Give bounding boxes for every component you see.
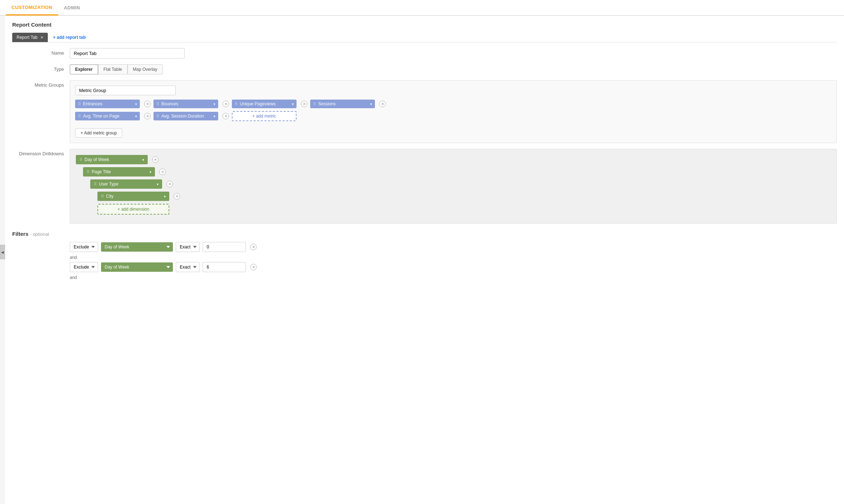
report-tabs-bar: Report Tab ✕ + add report tab <box>12 33 837 42</box>
metric-sessions-pill[interactable]: ⠿ Sessions ▾ <box>310 100 375 108</box>
metrics-row-2: ⠿ Avg. Time on Page ▾ ✕ ⠿ Avg. Session D… <box>75 111 831 121</box>
filter-1-remove-button[interactable]: ✕ <box>250 244 257 250</box>
dimension-page-title-label: Page Title <box>92 169 147 174</box>
type-control-area: Explorer Flat Table Map Overlay <box>70 64 837 74</box>
metric-groups-container: ⠿ Entrances ▾ ✕ ⠿ Bounces ▾ ✕ ⠿ Unique P… <box>70 80 837 143</box>
add-dimension-button[interactable]: + add dimension <box>97 204 169 215</box>
dimension-city-label: City <box>106 194 162 199</box>
drag-handle-icon: ⠿ <box>79 157 82 162</box>
filter-2-remove-button[interactable]: ✕ <box>250 264 257 270</box>
nav-customization[interactable]: CUSTOMIZATION <box>6 0 58 15</box>
dimension-user-type-label: User Type <box>99 182 155 187</box>
metric-bounces-label: Bounces <box>161 101 211 106</box>
filters-optional-text: - optional <box>30 232 49 237</box>
dimension-row-0: ⠿ Day of Week ▾ ✕ <box>76 155 831 164</box>
top-navigation: CUSTOMIZATION ADMIN <box>0 0 844 16</box>
filter-2-exclude-select[interactable]: Exclude <box>70 262 98 272</box>
remove-avg-session-button[interactable]: ✕ <box>223 113 229 119</box>
remove-page-title-button[interactable]: ✕ <box>159 169 166 175</box>
type-row: Type Explorer Flat Table Map Overlay <box>12 64 837 74</box>
filter-2-match-select[interactable]: Exact <box>176 262 200 272</box>
filters-section: Filters - optional Exclude Day of Week E… <box>12 231 837 280</box>
nav-admin[interactable]: ADMIN <box>58 1 86 15</box>
filter-1-exclude-select[interactable]: Exclude <box>70 242 98 252</box>
name-input[interactable] <box>70 48 185 59</box>
drag-handle-icon: ⠿ <box>313 102 316 106</box>
dimension-user-type-pill[interactable]: ⠿ User Type ▾ <box>90 179 162 189</box>
report-tab-close-icon[interactable]: ✕ <box>40 35 43 40</box>
type-flat-table-button[interactable]: Flat Table <box>98 64 128 74</box>
name-control-area <box>70 48 837 59</box>
filter-2-dimension-select[interactable]: Day of Week <box>101 262 173 272</box>
metric-avg-time-pill[interactable]: ⠿ Avg. Time on Page ▾ <box>75 112 140 120</box>
report-tab-active[interactable]: Report Tab ✕ <box>12 33 48 42</box>
metric-group-name-input[interactable] <box>75 86 176 95</box>
dimension-city-dropdown-icon[interactable]: ▾ <box>164 194 166 198</box>
type-buttons-group: Explorer Flat Table Map Overlay <box>70 64 837 74</box>
dimension-page-title-pill[interactable]: ⠿ Page Title ▾ <box>83 167 155 177</box>
filter-and-label-2: and <box>70 275 837 280</box>
metric-unique-pageviews-pill[interactable]: ⠿ Unique Pageviews ▾ <box>232 100 297 108</box>
drag-handle-icon: ⠿ <box>101 194 104 199</box>
remove-unique-pageviews-button[interactable]: ✕ <box>301 101 307 107</box>
type-explorer-button[interactable]: Explorer <box>70 64 98 74</box>
filter-2-value-input[interactable] <box>203 262 246 272</box>
metric-groups-row: Metric Groups ⠿ Entrances ▾ ✕ ⠿ Bounces … <box>12 80 837 143</box>
add-report-tab-button[interactable]: + add report tab <box>49 33 89 42</box>
remove-avg-time-button[interactable]: ✕ <box>144 113 151 119</box>
metric-entrances-label: Entrances <box>83 101 133 106</box>
dimension-container: ⠿ Day of Week ▾ ✕ ⠿ Page Title ▾ <box>70 149 837 224</box>
dimension-row-3: ⠿ City ▾ ✕ <box>76 192 831 201</box>
name-row: Name <box>12 48 837 59</box>
metric-bounces-dropdown-icon[interactable]: ▾ <box>214 102 215 106</box>
add-metric-group-button[interactable]: + Add metric group <box>75 128 122 138</box>
metrics-row-1: ⠿ Entrances ▾ ✕ ⠿ Bounces ▾ ✕ ⠿ Unique P… <box>75 100 831 108</box>
sidebar-toggle[interactable]: ◀ <box>0 245 5 259</box>
remove-bounces-button[interactable]: ✕ <box>223 101 229 107</box>
filter-1-value-input[interactable] <box>203 242 246 252</box>
drag-handle-icon: ⠿ <box>156 102 159 106</box>
metric-sessions-dropdown-icon[interactable]: ▾ <box>370 102 372 106</box>
filter-and-label-1: and <box>70 255 837 260</box>
dimension-day-of-week-dropdown-icon[interactable]: ▾ <box>142 158 144 162</box>
metric-avg-session-dropdown-icon[interactable]: ▾ <box>214 114 215 118</box>
type-label: Type <box>12 64 70 72</box>
filter-row-2: Exclude Day of Week Exact ✕ <box>70 262 837 272</box>
type-map-overlay-button[interactable]: Map Overlay <box>128 64 163 74</box>
dimension-page-title-dropdown-icon[interactable]: ▾ <box>150 170 151 174</box>
dimension-control-area: ⠿ Day of Week ▾ ✕ ⠿ Page Title ▾ <box>70 149 837 224</box>
filter-1-dimension-select[interactable]: Day of Week <box>101 242 173 252</box>
dimension-row-2: ⠿ User Type ▾ ✕ <box>76 179 831 189</box>
drag-handle-icon: ⠿ <box>235 102 238 106</box>
metric-groups-control-area: ⠿ Entrances ▾ ✕ ⠿ Bounces ▾ ✕ ⠿ Unique P… <box>70 80 837 143</box>
add-dimension-row: + add dimension <box>76 204 831 215</box>
metric-avg-time-dropdown-icon[interactable]: ▾ <box>135 114 137 118</box>
dimension-user-type-dropdown-icon[interactable]: ▾ <box>157 182 159 186</box>
dimension-city-pill[interactable]: ⠿ City ▾ <box>97 192 169 201</box>
remove-city-button[interactable]: ✕ <box>174 193 180 200</box>
dimension-row-1: ⠿ Page Title ▾ ✕ <box>76 167 831 177</box>
metric-avg-session-label: Avg. Session Duration <box>161 114 211 119</box>
drag-handle-icon: ⠿ <box>94 182 97 187</box>
report-tab-label: Report Tab <box>17 35 37 40</box>
add-metric-button[interactable]: + add metric <box>232 111 297 121</box>
dimension-day-of-week-label: Day of Week <box>84 157 140 162</box>
filter-1-match-select[interactable]: Exact <box>176 242 200 252</box>
metric-bounces-pill[interactable]: ⠿ Bounces ▾ <box>153 100 218 108</box>
filter-row-1: Exclude Day of Week Exact ✕ <box>70 242 837 252</box>
metric-unique-pageviews-label: Unique Pageviews <box>240 101 290 106</box>
metric-avg-session-pill[interactable]: ⠿ Avg. Session Duration ▾ <box>153 112 218 120</box>
metric-unique-pageviews-dropdown-icon[interactable]: ▾ <box>292 102 294 106</box>
filters-title: Filters - optional <box>12 231 837 237</box>
remove-day-of-week-button[interactable]: ✕ <box>152 156 159 163</box>
remove-sessions-button[interactable]: ✕ <box>379 101 386 107</box>
dimension-drilldowns-row: Dimension Drilldowns ⠿ Day of Week ▾ ✕ <box>12 149 837 224</box>
dimension-day-of-week-pill[interactable]: ⠿ Day of Week ▾ <box>76 155 148 164</box>
remove-user-type-button[interactable]: ✕ <box>166 181 173 187</box>
remove-entrances-button[interactable]: ✕ <box>144 101 151 107</box>
metric-groups-label: Metric Groups <box>12 80 70 88</box>
drag-handle-icon: ⠿ <box>78 102 81 106</box>
metric-entrances-pill[interactable]: ⠿ Entrances ▾ <box>75 100 140 108</box>
metric-entrances-dropdown-icon[interactable]: ▾ <box>135 102 137 106</box>
drag-handle-icon: ⠿ <box>78 114 81 119</box>
